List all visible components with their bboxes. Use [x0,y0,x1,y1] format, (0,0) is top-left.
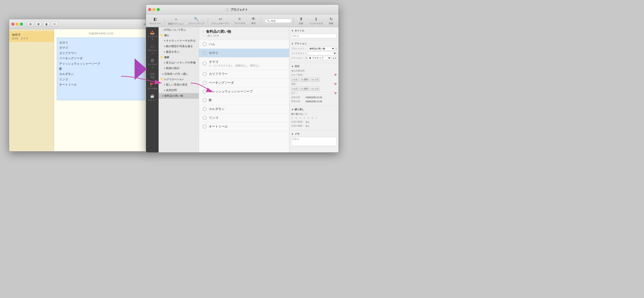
close-button[interactable] [12,23,14,26]
sidebar-item-review[interactable]: ☕ レビュー [146,92,158,103]
deadline-buttons: +1 日 +1 週間 +1 ヶ月 [291,86,337,91]
collapse-title-icon[interactable]: ▼ [291,30,294,32]
proj-gtd[interactable]: ≡ GTDについて学ぶ [158,27,199,33]
statusbar: 10 件のアクション, 1 件のプロジェクト [146,152,338,152]
cleanup-label: クリーンアップ [188,22,204,25]
proj-carrot-cake[interactable]: ≡ キャロットケーキを作る [158,38,199,44]
sidebar-item-projects[interactable]: ⬡ プロジェクト [146,43,158,56]
proj-doctor[interactable]: ≡ 医師の指示 [158,66,199,71]
task-checkbox-baking-soda[interactable] [202,81,206,85]
edit-button[interactable]: ✏ [51,22,58,27]
next-due-input[interactable] [306,74,333,76]
task-vinegar[interactable]: 酢 [199,96,289,105]
proj-music[interactable]: ≡ 新しい音楽の発見 [158,82,199,88]
status-select[interactable]: ▶ アクティブ [308,56,331,60]
task-checkbox-oatmeal[interactable] [202,124,206,128]
calendar-icon-1[interactable]: 📅 [334,74,337,76]
proj-hokkaido[interactable]: ≡ 北海道への引っ越し [158,71,199,77]
sidebar: 📥 インボックス ⬡ プロジェクト @ コンテキスト ⬡⬡ 予測 🚩 フラグ付き… [146,27,158,152]
next-due-btn-1w[interactable]: +1 週間 [300,78,309,82]
new-action-button[interactable]: ＋ 新規アクション [166,16,186,26]
calendar-icon-3[interactable]: 📅 [334,92,337,95]
estimated-input[interactable] [308,70,337,72]
delete-button[interactable]: 🗑 [43,22,50,27]
inspector-panel: ▼ タイトル 複数値 ▼ アクション プロジェクト： 食料品の買い物 ℹ [289,27,338,152]
task-cardamom[interactable]: カルダモン [199,105,289,114]
task-checkbox-dish-soap[interactable] [202,90,206,94]
right-maximize-button[interactable] [157,8,160,11]
task-checkbox-vinegar[interactable] [202,98,206,102]
proj-ship-model[interactable]: ≡ 船の模型の写真を撮る [158,44,199,49]
context-select[interactable] [308,52,337,55]
proj-health-folder[interactable]: 📁 健康 [158,55,199,60]
deadline-btn-1w[interactable]: +1 週間 [300,86,309,91]
inspector-button[interactable]: ℹ インスペクタ [308,16,324,26]
calendar-icon-2[interactable]: 📅 [334,83,337,86]
quick-open-button[interactable]: ↩ クイックオープン [210,16,231,26]
deadline-btn-1d[interactable]: +1 日 [291,86,299,91]
share-button[interactable]: ⬆ 共有 [296,16,307,26]
sidebar-toggle-button[interactable]: ⊟ [27,22,34,27]
proj-fuji-hike[interactable]: ≡ 富士山ハイキングの準備 [158,60,199,66]
task-checkbox-cardamom[interactable] [202,107,206,111]
proj-calligraphy[interactable]: ≡ 書道を学ぶ [158,49,199,55]
task-cauliflower[interactable]: カリフラワー [199,70,289,78]
cleanup-button[interactable]: 🔧 クリーンアップ [187,16,206,26]
search-box[interactable]: 🔍 [265,18,292,23]
proj-sightseeing[interactable]: ≡ 名所訪問 [158,88,199,93]
deadline-input[interactable] [306,84,333,85]
collapse-repeat-icon[interactable]: ▼ [291,108,294,111]
project-select[interactable]: 食料品の買い物 [308,47,335,50]
note-content[interactable]: セロリ タマゴ カリフラワー ベーキングソーダ ディッシュウォッシャーソープ 酢… [57,38,145,100]
proj-grocery[interactable]: ≡ 食料品の買い物 [158,93,199,99]
task-checkbox-ham[interactable] [202,42,206,46]
task-ham[interactable]: ハム [199,40,289,49]
right-close-button[interactable] [148,8,151,11]
task-baking-soda[interactable]: ベーキングソーダ [199,78,289,87]
maximize-button[interactable] [20,23,23,26]
proj-personal-folder[interactable]: 📁 個人 [158,33,199,38]
task-oatmeal[interactable]: オートミール [199,122,289,131]
expand-button[interactable]: » [143,22,146,26]
collapse-action-icon[interactable]: ▼ [291,42,294,45]
task-checkbox-celery[interactable] [202,51,206,55]
note-item[interactable]: セロリ 21:03 タマゴ [9,31,54,42]
task-checkbox-apple[interactable] [202,116,206,120]
collapse-date-icon[interactable]: ▼ [291,65,294,68]
sidebar-item-flagged[interactable]: 🚩 フラグ付き [146,81,158,92]
task-checkbox-cauliflower[interactable] [202,72,206,76]
next-due-buttons: +1 日 +1 週間 +1 ヶ月 [291,78,337,82]
view-button[interactable]: 👁 表示 [248,16,259,26]
status-arrow-icon[interactable]: ▲▼ [332,57,337,59]
completed-input[interactable] [306,93,333,94]
left-window: ⊟ ⊞ 🗑 ✏ » セロリ 21:03 タマゴ 平成28年2月8日 21:03 … [9,19,148,152]
sidebar-toolbar-button[interactable]: ◧ サイドバー [148,16,163,26]
sidebar-item-forecast[interactable]: ⬡⬡ 予測 [146,71,158,80]
projects-icon: ⬡ [151,44,154,49]
proj-recreation-folder[interactable]: 📁 レクリエーション [158,77,199,82]
project-info-icon[interactable]: ℹ [336,47,337,50]
memo-input[interactable]: 複数値 [291,137,337,146]
next-due-btn-1d[interactable]: +1 日 [291,78,299,82]
traffic-lights [12,23,23,26]
task-egg[interactable]: タマゴ ⊙・コンテキストなし 延期日なし - 期日なし [199,58,289,70]
next-due-btn-1m[interactable]: +1 ヶ月 [310,78,320,82]
task-checkbox-egg[interactable] [202,62,206,66]
sidebar-item-inbox[interactable]: 📥 インボックス [146,29,158,42]
task-dish-soap[interactable]: ディッシュウォッシャーソープ [199,87,289,96]
inspector-title-input[interactable]: 複数値 [291,34,337,38]
task-apple[interactable]: リンゴ [199,114,289,122]
note-line-8: リンゴ [59,77,143,82]
task-name-celery: セロリ [209,51,218,55]
task-celery[interactable]: セロリ [199,49,289,58]
new-action-label: 新規アクション [168,22,184,25]
search-input[interactable] [271,20,289,22]
sidebar-item-contexts[interactable]: @ コンテキスト [146,57,158,70]
right-minimize-button[interactable] [152,8,156,11]
deadline-btn-1m[interactable]: +1 ヶ月 [310,86,320,91]
collapse-memo-icon[interactable]: ▼ [291,132,294,135]
focus-button[interactable]: ≡ フォーカス [232,16,247,26]
sync-button[interactable]: ↻ 同期 [326,16,337,26]
grid-view-button[interactable]: ⊞ [35,22,42,27]
minimize-button[interactable] [16,23,18,26]
